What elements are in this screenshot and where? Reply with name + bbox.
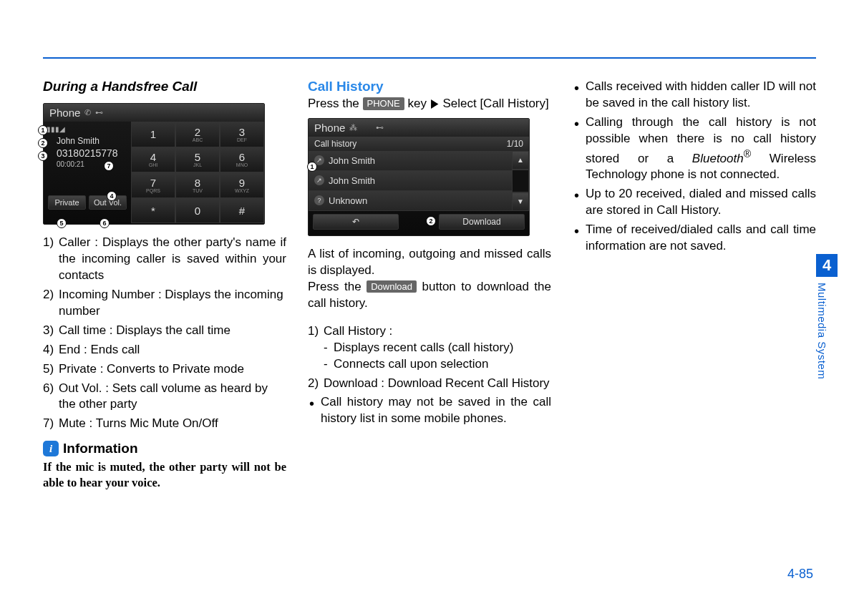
list-item: 2)Download : Download Recent Call Histor…	[308, 376, 551, 392]
bullet-item: Up to 20 received, dialed and missed cal…	[573, 186, 816, 219]
callout-3: 3	[38, 151, 48, 161]
bullet-item: Time of received/dialed calls and call t…	[573, 222, 816, 255]
bullet-item: Call history may not be saved in the cal…	[308, 394, 551, 427]
list-item: 6)Out Vol. : Sets call volume as heard b…	[43, 381, 286, 414]
page-number: 4-85	[787, 567, 813, 582]
download-key: Download	[367, 280, 417, 293]
history-notes: Call history may not be saved in the cal…	[308, 394, 551, 427]
list-item: 4)End : Ends call	[43, 342, 286, 358]
heading-call-history: Call History	[308, 79, 551, 96]
phone-icon: ✆	[84, 108, 91, 117]
page-indicator: 1/10	[507, 139, 523, 149]
bullet-item: Calling through the call history is not …	[573, 114, 816, 183]
bluetooth-word: Bluetooth	[692, 151, 744, 165]
chapter-label: Multimedia System	[816, 277, 828, 379]
registered-mark: ®	[744, 148, 751, 160]
callout-1: 1	[38, 125, 48, 135]
history-row: ↗John Smith	[309, 151, 512, 171]
screen-title-bar: Phone ✆ ⊷	[44, 104, 264, 122]
keypad: 1 2ABC 3DEF 4GHI 5JKL 6MNO 7PQRS 8TUV 9W…	[131, 122, 264, 223]
screen-title: Phone	[314, 122, 345, 134]
press-phone-instruction: Press the PHONE key ▶ Select [Call Histo…	[308, 96, 551, 112]
list-item: 5)Private : Converts to Private mode	[43, 361, 286, 378]
scrollbar: ▲ ▼	[512, 151, 529, 211]
callout-6: 6	[100, 218, 110, 228]
history-row: ↗John Smith	[309, 171, 512, 191]
callout-7: 7	[104, 161, 114, 171]
content-columns: During a Handsfree Call Phone ✆ ⊷ ▮▮▮◢ J…	[43, 79, 816, 490]
callout-2: 2	[38, 138, 48, 148]
back-icon: ↶	[352, 217, 359, 227]
list-item: 7)Mute : Turns Mic Mute On/Off	[43, 416, 286, 432]
handsfree-list: 1)Caller : Displays the other party's na…	[43, 235, 286, 432]
list-item: 3)Call time : Displays the call time	[43, 323, 286, 339]
sub-item: Connects call upon selection	[324, 356, 551, 373]
callout-1: 1	[307, 162, 317, 172]
list-item: 2)Incoming Number : Displays the incomin…	[43, 287, 286, 320]
column-2: Call History Press the PHONE key ▶ Selec…	[308, 79, 551, 490]
information-heading: i Information	[43, 441, 286, 456]
triangle-icon: ▶	[431, 96, 438, 112]
screenshot-handsfree: Phone ✆ ⊷ ▮▮▮◢ John Smith 03180215778 00…	[43, 103, 265, 225]
phone-key: PHONE	[363, 97, 404, 110]
back-button: ↶	[313, 214, 399, 230]
call-time: 00:00:21	[47, 159, 128, 168]
bluetooth-icon: ⁂	[349, 123, 357, 132]
screenshot-call-history: Phone ⁂ ⊷ Call history 1/10 ↗John Smith …	[308, 118, 530, 236]
usb-icon: ⊷	[95, 108, 103, 117]
chapter-tab: 4 Multimedia System	[816, 254, 838, 379]
screen-title-bar: Phone ⁂ ⊷	[309, 119, 529, 137]
caller-number: 03180215778	[47, 146, 128, 159]
column-1: During a Handsfree Call Phone ✆ ⊷ ▮▮▮◢ J…	[43, 79, 286, 490]
chapter-number: 4	[816, 254, 838, 277]
call-history-sub: Call history	[314, 139, 356, 149]
caller-name: John Smith	[47, 133, 128, 146]
general-notes: Calls received with hidden caller ID wil…	[573, 79, 816, 255]
history-desc: A list of incoming, outgoing and missed …	[308, 246, 551, 279]
list-item: 1)Caller : Displays the other party's na…	[43, 235, 286, 284]
outgoing-icon: ↗	[314, 175, 324, 185]
callout-5: 5	[57, 218, 67, 228]
top-rule	[43, 57, 816, 59]
download-instruction: Press the Download button to down­load t…	[308, 279, 551, 312]
private-button: Private	[48, 195, 86, 210]
missed-icon: ?	[314, 195, 324, 205]
callout-2: 2	[426, 216, 436, 226]
sub-item: Displays recent calls (call history)	[324, 340, 551, 356]
usb-icon: ⊷	[376, 123, 384, 132]
history-list: 1) Call History : Displays recent calls …	[308, 323, 551, 392]
scroll-up-icon: ▲	[512, 151, 529, 170]
screen-title: Phone	[49, 107, 80, 119]
history-row: ?Unknown	[309, 191, 512, 211]
signal-icon: ▮▮▮◢	[47, 125, 65, 133]
info-icon: i	[43, 441, 59, 456]
callout-4: 4	[107, 191, 117, 201]
information-label: Information	[63, 441, 138, 456]
scroll-down-icon: ▼	[512, 192, 529, 211]
bullet-item: Calls received with hidden caller ID wil…	[573, 79, 816, 112]
information-text: If the mic is muted, the other party wil…	[43, 456, 286, 490]
heading-handsfree: During a Handsfree Call	[43, 79, 286, 103]
column-3: Calls received with hidden caller ID wil…	[573, 79, 816, 490]
list-item: 1) Call History : Displays recent calls …	[308, 323, 551, 373]
download-button: Download	[439, 214, 525, 230]
